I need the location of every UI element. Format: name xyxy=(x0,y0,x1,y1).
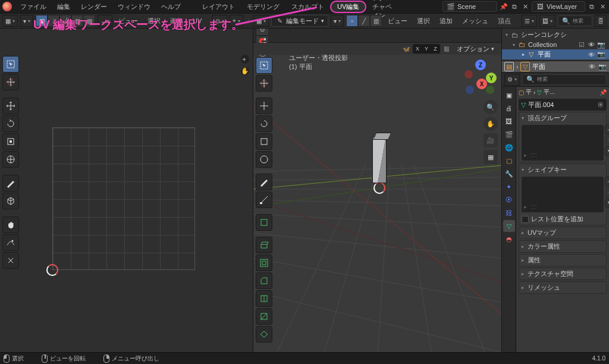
checkbox-icon[interactable]: ☑ xyxy=(577,40,586,49)
axis-x-icon[interactable]: X xyxy=(476,79,487,89)
tool-relax-icon[interactable] xyxy=(2,234,19,251)
remove-icon[interactable]: － xyxy=(605,136,609,145)
butterfly-icon[interactable]: 🦋 xyxy=(402,45,410,53)
outliner-object[interactable]: ▸ ▽ 平面 👁 📷 xyxy=(502,49,609,59)
close-icon[interactable]: ✕ xyxy=(521,2,529,11)
texspace-header[interactable]: テクスチャ空間 xyxy=(519,268,606,280)
tab-physics-icon[interactable]: ⦿ xyxy=(503,194,515,206)
vp-menu-select[interactable]: 選択 xyxy=(413,15,434,27)
props-search[interactable]: 🔍 検索 xyxy=(522,74,607,85)
tab-modifier-icon[interactable]: 🔧 xyxy=(503,168,515,180)
uv-vert-icon[interactable]: ⋮ xyxy=(48,15,59,27)
tool-scale-icon[interactable] xyxy=(256,133,272,150)
tool-rotate-icon[interactable] xyxy=(256,115,272,132)
axis-z-icon[interactable]: Z xyxy=(475,59,486,70)
axis-y-icon[interactable]: Y xyxy=(486,73,497,83)
tool-move-icon[interactable] xyxy=(2,98,19,114)
add-rest-position[interactable]: レスト位置を追加 xyxy=(519,214,606,225)
vp-menu-vertex[interactable]: 頂点 xyxy=(494,15,514,27)
uv-hand-icon[interactable]: ✋ xyxy=(241,67,249,75)
uv-snap-icon[interactable]: ⌖ xyxy=(230,15,243,27)
tab-world-icon[interactable]: 🌐 xyxy=(503,142,515,153)
tool-transform-icon[interactable] xyxy=(256,151,272,168)
tool-inset-icon[interactable] xyxy=(256,255,272,271)
eye-icon[interactable]: 👁 xyxy=(588,51,595,58)
copy-icon[interactable]: ⧉ xyxy=(510,2,519,11)
vp-sel-icon[interactable]: ▾ xyxy=(331,15,344,27)
mesh-object[interactable] xyxy=(372,137,387,183)
menu-edit[interactable]: 編集 xyxy=(52,1,75,13)
uv-add-icon[interactable]: ＋ xyxy=(241,55,249,64)
shield-icon[interactable]: ⛨ xyxy=(598,101,604,108)
ws-layout[interactable]: レイアウト xyxy=(196,1,241,13)
shapekeys-list[interactable]: ▸ :::: ＋ － ▾ xyxy=(522,177,604,212)
vp-edgesel-icon[interactable]: ╱ xyxy=(358,15,370,27)
remesh-header[interactable]: リメッシュ xyxy=(519,282,606,293)
uv-menu-select[interactable]: 選択 xyxy=(144,15,164,27)
pin-icon[interactable]: 📌 xyxy=(599,89,607,96)
nav-gizmo[interactable]: Z Y X xyxy=(463,59,497,93)
colorattr-header[interactable]: カラー属性 xyxy=(519,241,606,252)
uv-edge-icon[interactable]: ╱ xyxy=(59,15,71,27)
close-icon[interactable]: ✕ xyxy=(598,2,607,11)
tool-uv-cube-icon[interactable] xyxy=(2,193,19,209)
camera-view-icon[interactable]: 🎥 xyxy=(484,133,498,148)
vp-facesel-icon[interactable]: ▥ xyxy=(370,15,382,27)
outliner-search[interactable]: 🔍 検索 xyxy=(558,15,592,26)
eye-icon[interactable]: 👁 xyxy=(588,62,596,71)
tool-select-box-icon[interactable] xyxy=(2,56,19,73)
outliner-type-icon[interactable]: ☰ xyxy=(522,15,537,27)
pin-icon[interactable]: 📌 xyxy=(500,2,508,11)
tool-add-cube-icon[interactable] xyxy=(256,214,272,231)
tab-material-icon[interactable]: ◓ xyxy=(503,233,515,245)
menu-file[interactable]: ファイル xyxy=(15,1,51,13)
persp-ortho-icon[interactable]: ▦ xyxy=(484,150,498,164)
uv-menu-uv[interactable]: UV xyxy=(189,15,205,26)
crumb-obj[interactable]: 平 xyxy=(526,88,532,96)
uv-island-icon[interactable]: ▤ xyxy=(83,15,95,27)
camera-icon[interactable]: 📷 xyxy=(597,51,605,58)
uv-face-icon[interactable]: ▥ xyxy=(71,15,83,27)
scene-selector[interactable]: 🎬 Scene xyxy=(442,1,497,12)
axis-z[interactable]: Z xyxy=(431,45,440,53)
ws-sculpt[interactable]: スカルプト xyxy=(285,1,330,13)
uv-sync-icon[interactable]: ▣ xyxy=(36,15,48,27)
uv-falloff-icon[interactable]: ⌄ xyxy=(98,15,112,27)
tab-scene-icon[interactable]: 🎬 xyxy=(503,128,515,140)
uv-pivot-icon[interactable]: ⊙ xyxy=(212,15,227,27)
add-icon[interactable]: ＋ xyxy=(605,177,609,186)
disclosure-icon[interactable]: ▸ xyxy=(522,52,525,57)
tool-select-box-icon[interactable] xyxy=(256,57,272,74)
tool-scale-icon[interactable] xyxy=(2,133,19,150)
vgroups-list[interactable]: ▸ :::: ＋ － ▾ xyxy=(522,125,604,161)
tool-cursor-icon[interactable] xyxy=(256,75,272,92)
viewlayer-selector[interactable]: 🖼 ViewLayer xyxy=(532,1,585,12)
tool-bevel-icon[interactable] xyxy=(256,272,272,289)
attrs-header[interactable]: 属性 xyxy=(519,255,606,266)
add-icon[interactable]: ＋ xyxy=(605,125,609,134)
vp-menu-add[interactable]: 追加 xyxy=(436,15,456,27)
tool-transform-icon[interactable] xyxy=(2,151,19,168)
tab-output-icon[interactable]: 🖨 xyxy=(503,102,515,114)
tab-data-icon[interactable]: ▽ xyxy=(503,220,515,232)
tool-knife-icon[interactable] xyxy=(256,308,272,325)
tool-move-icon[interactable] xyxy=(256,98,272,114)
axis-neg-x-icon[interactable] xyxy=(464,70,473,79)
uvmaps-header[interactable]: UVマップ xyxy=(519,227,606,239)
uv-menu-image[interactable]: 画像 xyxy=(167,15,187,27)
axis-y[interactable]: Y xyxy=(422,45,431,53)
uv-menu-view[interactable]: ビュー xyxy=(115,15,142,27)
props-type-icon[interactable]: ⚙ xyxy=(504,74,520,86)
camera-icon[interactable]: 📷 xyxy=(597,41,605,49)
mesh-name-field[interactable]: ▽ 平面.004 ⛨ xyxy=(519,99,607,111)
automerge-icon[interactable]: ⛓ xyxy=(442,45,451,53)
tab-render-icon[interactable]: ▣ xyxy=(503,89,515,101)
tool-pinch-icon[interactable] xyxy=(2,252,19,269)
ws-modeling[interactable]: モデリング xyxy=(241,1,285,13)
outliner[interactable]: ▾ 🗀 シーンコレクシ ▾ 🗀 Collection ☑ 👁 📷 ▸ ▽ 平面 … xyxy=(502,29,609,61)
tab-viewlayer-icon[interactable]: 🖼 xyxy=(503,115,515,127)
uv-editor[interactable]: ＋ ✋ xyxy=(0,29,253,352)
outliner-mode-icon[interactable]: 🖼 xyxy=(539,15,555,27)
vp-vertsel-icon[interactable]: ▫ xyxy=(346,15,358,27)
camera-icon[interactable]: 📷 xyxy=(598,62,607,71)
